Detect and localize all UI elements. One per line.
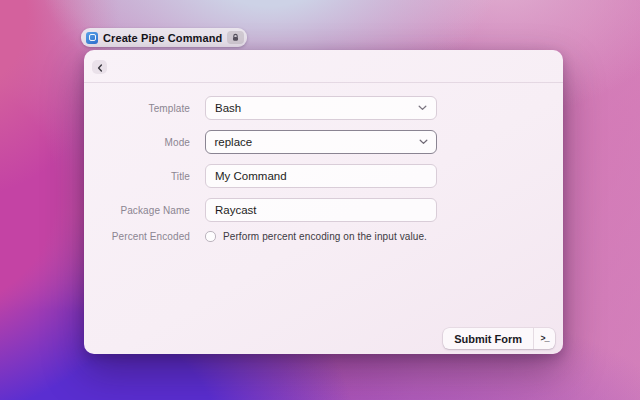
back-button[interactable] [92,60,107,74]
mode-select-value: replace [215,136,253,148]
chevron-down-icon [418,105,427,111]
template-select-value: Bash [215,102,241,114]
percent-encoded-checkbox[interactable] [205,231,216,242]
command-title-label: Create Pipe Command [103,32,222,44]
form-row-title: Title [84,164,563,188]
mode-select[interactable]: replace [205,130,437,154]
form-row-package-name: Package Name [84,198,563,222]
window-header [84,50,563,83]
percent-encoded-label: Percent Encoded [84,231,190,242]
terminal-prompt-icon[interactable]: >_ [534,328,555,349]
create-pipe-command-window: Template Bash Mode replace Title [84,50,563,354]
package-name-field-wrap [205,198,437,222]
pipe-command-app-icon [86,32,98,44]
mode-label: Mode [84,137,190,148]
package-name-input[interactable] [215,204,427,216]
submit-form-button[interactable]: Submit Form [443,328,533,349]
pipe-command-form: Template Bash Mode replace Title [84,83,563,243]
chevron-left-icon [97,58,103,76]
package-name-label: Package Name [84,205,190,216]
template-label: Template [84,103,190,114]
footer-action-group: Submit Form >_ [443,328,555,349]
form-row-mode: Mode replace [84,130,563,154]
template-select[interactable]: Bash [205,96,437,120]
form-row-percent-encoded: Percent Encoded Perform percent encoding… [84,230,563,243]
title-label: Title [84,171,190,182]
title-input[interactable] [215,170,427,182]
lock-icon [227,31,244,44]
form-row-template: Template Bash [84,96,563,120]
chevron-down-icon [419,139,428,145]
percent-encoded-description: Perform percent encoding on the input va… [223,231,427,242]
command-title-pill[interactable]: Create Pipe Command [81,28,247,47]
title-field-wrap [205,164,437,188]
